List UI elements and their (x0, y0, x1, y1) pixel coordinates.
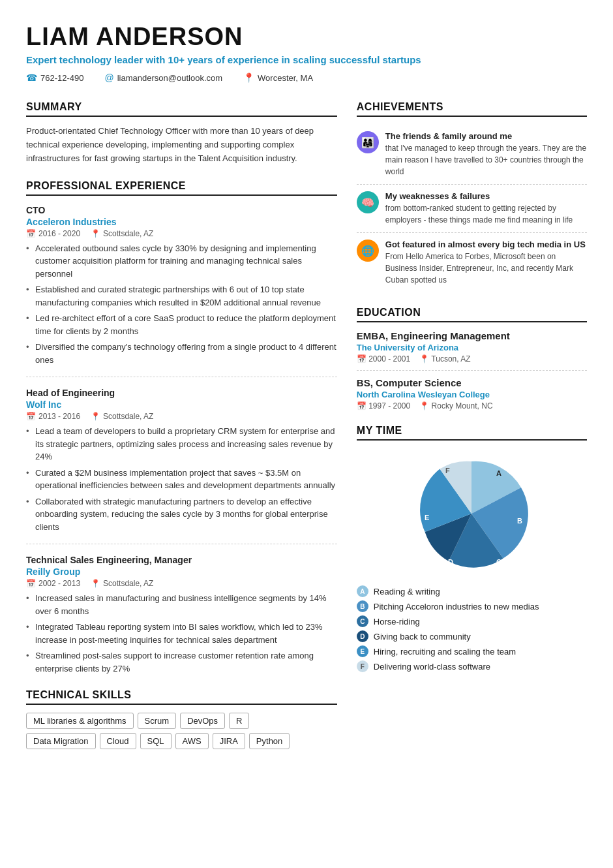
location-item: 📍 Worcester, MA (243, 72, 313, 83)
legend-label-e: Hiring, recruiting and scaling the team (374, 647, 516, 657)
pie-label-c: C (496, 558, 501, 566)
edu-degree-emba: EMBA, Engineering Management (357, 330, 587, 341)
skill-jira: JIRA (213, 733, 245, 749)
legend-dot-b: B (357, 600, 368, 612)
skill-scrum: Scrum (138, 713, 177, 729)
legend-item-b: B Pitching Acceloron industries to new m… (357, 600, 587, 612)
job-title-hoe: Head of Engineering (26, 388, 337, 398)
skill-r: R (229, 713, 249, 729)
skills-section: TECHNICAL SKILLS ML libraries & algorith… (26, 689, 337, 749)
right-column: ACHIEVEMENTS 👨‍👩‍👧 The friends & family … (357, 101, 587, 764)
phone-value: 762-12-490 (40, 73, 84, 83)
achievement-icon-family: 👨‍👩‍👧 (357, 131, 379, 153)
job-dates-cto: 📅 2016 - 2020 (26, 229, 80, 238)
phone-icon: ☎ (26, 72, 37, 83)
skill-devops: DevOps (180, 713, 225, 729)
legend-dot-c: C (357, 615, 368, 627)
bullet-item: Streamlined post-sales support to increa… (26, 649, 337, 675)
skills-title: TECHNICAL SKILLS (26, 689, 337, 705)
summary-section: SUMMARY Product-orientated Chief Technol… (26, 101, 337, 165)
legend-item-c: C Horse-riding (357, 615, 587, 627)
job-location-hoe: 📍 Scottsdale, AZ (91, 412, 153, 421)
education-title: EDUCATION (357, 307, 587, 322)
achievement-desc-weaknesses: from bottom-ranked student to getting re… (385, 202, 587, 226)
location-icon-hoe: 📍 (91, 412, 100, 421)
candidate-name: LIAM ANDERSON (26, 23, 587, 51)
skills-row-2: Data Migration Cloud SQL AWS JIRA Python (26, 733, 337, 749)
tagline: Expert technology leader with 10+ years … (26, 54, 587, 67)
edu-meta-bs: 📅 1997 - 2000 📍 Rocky Mount, NC (357, 401, 587, 411)
location-value: Worcester, MA (258, 73, 313, 83)
experience-section: PROFESSIONAL EXPERIENCE CTO Acceleron In… (26, 180, 337, 675)
legend-label-c: Horse-riding (374, 617, 420, 627)
bullets-tsem: Increased sales in manufacturing and bus… (26, 592, 337, 675)
header: LIAM ANDERSON Expert technology leader w… (26, 23, 587, 83)
summary-title: SUMMARY (26, 101, 337, 117)
bullet-item: Lead a team of developers to build a pro… (26, 425, 337, 463)
achievement-weaknesses: 🧠 My weaknesses & failures from bottom-r… (357, 185, 587, 233)
job-location-tsem: 📍 Scottsdale, AZ (91, 579, 153, 588)
job-location-cto: 📍 Scottsdale, AZ (91, 229, 153, 238)
skills-grid: ML libraries & algorithms Scrum DevOps R… (26, 713, 337, 749)
achievement-featured: 🌐 Got featured in almost every big tech … (357, 233, 587, 292)
bullet-item: Collaborated with strategic manufacturin… (26, 495, 337, 534)
skill-aws: AWS (175, 733, 209, 749)
pie-label-d: D (448, 558, 453, 566)
pie-label-e: E (425, 514, 429, 521)
edu-school-ncwc: North Carolina Wesleyan College (357, 390, 587, 399)
skill-sql: SQL (140, 733, 172, 749)
edu-meta-emba: 📅 2000 - 2001 📍 Tucson, AZ (357, 354, 587, 364)
job-head-engineering: Head of Engineering Wolf Inc 📅 2013 - 20… (26, 388, 337, 533)
edu-emba: EMBA, Engineering Management The Univers… (357, 330, 587, 364)
bullet-item: Increased sales in manufacturing and bus… (26, 592, 337, 617)
pie-label-a: A (496, 469, 501, 477)
edu-dates-bs: 📅 1997 - 2000 (357, 401, 410, 411)
summary-text: Product-orientated Chief Technology Offi… (26, 125, 337, 165)
calendar-icon-tsem: 📅 (26, 579, 36, 588)
edu-bs: BS, Computer Science North Carolina Wesl… (357, 377, 587, 411)
email-icon: @ (105, 72, 114, 83)
job-meta-cto: 📅 2016 - 2020 📍 Scottsdale, AZ (26, 229, 337, 238)
bullet-item: Accelerated outbound sales cycle by 330%… (26, 242, 337, 281)
skill-ml: ML libraries & algorithms (26, 713, 134, 729)
job-title-tsem: Technical Sales Engineering, Manager (26, 555, 337, 565)
achievement-desc-featured: From Hello America to Forbes, Microsoft … (385, 251, 587, 286)
legend-item-a: A Reading & writing (357, 585, 587, 597)
achievement-icon-weaknesses: 🧠 (357, 191, 379, 213)
skill-datamigration: Data Migration (26, 733, 96, 749)
mytime-chart: A B C D E F (357, 448, 587, 579)
achievement-text-family: The friends & family around me that I've… (385, 131, 587, 178)
edu-location-emba: 📍 Tucson, AZ (419, 354, 470, 364)
skill-python: Python (249, 733, 290, 749)
bullet-item: Curated a $2M business implementation pr… (26, 467, 337, 492)
email-value: liamanderson@outlook.com (117, 73, 222, 83)
legend-item-e: E Hiring, recruiting and scaling the tea… (357, 645, 587, 657)
achievement-text-weaknesses: My weaknesses & failures from bottom-ran… (385, 191, 587, 226)
legend-item-f: F Delivering world-class software (357, 660, 587, 672)
legend-dot-d: D (357, 630, 368, 642)
location-icon: 📍 (243, 72, 254, 83)
mytime-title: MY TIME (357, 425, 587, 441)
job-dates-tsem: 📅 2002 - 2013 (26, 579, 80, 588)
company-wolf: Wolf Inc (26, 399, 337, 410)
email-item: @ liamanderson@outlook.com (105, 72, 223, 83)
education-section: EDUCATION EMBA, Engineering Management T… (357, 307, 587, 411)
legend-label-d: Giving back to community (374, 632, 471, 642)
job-title-cto: CTO (26, 205, 337, 215)
legend-dot-e: E (357, 645, 368, 657)
job-cto: CTO Acceleron Industries 📅 2016 - 2020 📍… (26, 205, 337, 367)
company-acceleron: Acceleron Industries (26, 217, 337, 227)
edu-location-bs: 📍 Rocky Mount, NC (419, 401, 492, 411)
job-meta-hoe: 📅 2013 - 2016 📍 Scottsdale, AZ (26, 412, 337, 421)
achievements-title: ACHIEVEMENTS (357, 101, 587, 117)
contact-row: ☎ 762-12-490 @ liamanderson@outlook.com … (26, 72, 587, 83)
mytime-section: MY TIME (357, 425, 587, 672)
left-column: SUMMARY Product-orientated Chief Technol… (26, 101, 337, 764)
bullet-item: Led re-architect effort of a core SaaS p… (26, 312, 337, 337)
pie-label-f: F (445, 467, 450, 474)
mytime-legend: A Reading & writing B Pitching Acceloron… (357, 585, 587, 672)
bullet-item: Established and curated strategic partne… (26, 283, 337, 309)
legend-label-b: Pitching Acceloron industries to new med… (374, 602, 539, 612)
achievement-text-featured: Got featured in almost every big tech me… (385, 240, 587, 286)
bullets-cto: Accelerated outbound sales cycle by 330%… (26, 242, 337, 367)
